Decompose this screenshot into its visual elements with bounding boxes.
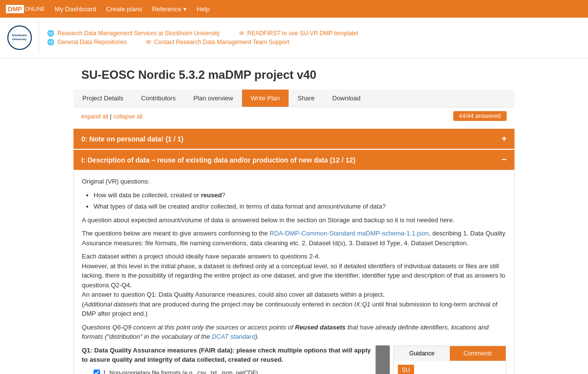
main-content: SU-EOSC Nordic 5.3.2 maDMP project v40 P… (74, 58, 514, 374)
progress-badge: 44/44 answered (453, 111, 507, 121)
bullet-1: How will data be collected, created or r… (94, 190, 506, 200)
section-1-header[interactable]: I: Description of data – reuse of existi… (74, 150, 514, 170)
tab-contributors[interactable]: Contributors (132, 90, 185, 107)
tab-project-details[interactable]: Project Details (74, 90, 132, 107)
tab-bar: Project Details Contributors Plan overvi… (74, 90, 514, 107)
tab-write-plan[interactable]: Write Plan (242, 90, 289, 107)
section-1-content: Original (VR) questions: How will data b… (74, 171, 514, 374)
original-vr-label: Original (VR) questions: (82, 177, 506, 187)
nav-create-plans[interactable]: Create plans (106, 5, 142, 13)
q1-checkbox-list: 1. Non-proprietary file formats (e.g. .c… (94, 369, 376, 374)
comments-tab-button[interactable]: Comments (450, 346, 506, 361)
checkbox-item-1: 1. Non-proprietary file formats (e.g. .c… (94, 369, 376, 374)
tab-share[interactable]: Share (289, 90, 323, 107)
guidance-body: SU FAIR data stands for the principles t… (394, 361, 506, 374)
envelope-icon-1: ✉ (239, 30, 244, 37)
section-0-toggle: + (501, 134, 507, 144)
progress-row: expand all | collapse all 44/44 answered (74, 107, 514, 125)
envelope-icon-2: ✉ (146, 39, 151, 46)
para3: Each dataset within a project should ide… (82, 252, 506, 319)
q1-question-text: Q1: Data Quality Assurance measures (FAI… (82, 346, 376, 365)
su-label: SU (398, 365, 414, 374)
link-rdm-services[interactable]: 🌐 Research Data Management Services at S… (47, 30, 220, 37)
link-contact-support[interactable]: ✉ Contact Research Data Management Team … (146, 39, 289, 46)
section-1-toggle: − (501, 155, 507, 165)
header-link-row-2: 🌐 General Data Repositories ✉ Contact Re… (47, 39, 580, 46)
para4: Questions Q6-Q9 concern at this point on… (82, 323, 506, 342)
tab-plan-overview[interactable]: Plan overview (185, 90, 242, 107)
header-link-row-1: 🌐 Research Data Management Services at S… (47, 30, 580, 37)
expand-collapse-links: expand all | collapse all (81, 113, 143, 120)
globe-icon-2: 🌐 (47, 39, 54, 46)
nav-reference-dropdown[interactable]: Reference ▾ (152, 5, 187, 13)
section-1-title: I: Description of data – reuse of existi… (81, 156, 355, 164)
nav-my-dashboard[interactable]: My Dashboard (55, 5, 97, 13)
tab-download[interactable]: Download (323, 90, 369, 107)
q1-wrapper: Q1: Data Quality Assurance measures (FAI… (82, 346, 506, 374)
guidance-tab-bar: Guidance Comments (394, 346, 506, 361)
original-vr-bullets: How will data be collected, created or r… (94, 190, 506, 211)
nav-help[interactable]: Help (196, 5, 210, 13)
guidance-panel: Guidance Comments SU FAIR data stands fo… (393, 346, 506, 374)
checkbox-1[interactable] (94, 370, 100, 374)
header-links: 🌐 Research Data Management Services at S… (39, 22, 588, 54)
para1: A question about expected amount/volume … (82, 215, 506, 225)
bullet-2: What types of data will be created and/o… (94, 202, 506, 211)
university-logo: StockholmUniversity (0, 22, 39, 54)
section-0-title: 0: Note on personal data! (1 / 1) (81, 135, 183, 143)
header-bar: StockholmUniversity 🌐 Research Data Mana… (0, 18, 588, 58)
top-navigation: DMP ONLINE My Dashboard Create plans Ref… (0, 0, 588, 18)
link-readfirst[interactable]: ✉ READFIRST to use SU-VR DMP template! (239, 30, 358, 37)
collapse-all-link[interactable]: collapse all (113, 113, 142, 120)
guidance-tab-button[interactable]: Guidance (394, 346, 450, 361)
site-logo: DMP ONLINE (6, 5, 45, 13)
dcat-link[interactable]: DCAT standard (212, 333, 255, 340)
page-title: SU-EOSC Nordic 5.3.2 maDMP project v40 (74, 68, 514, 82)
q1-left-panel: Q1: Data Quality Assurance measures (FAI… (82, 346, 376, 374)
expand-all-link[interactable]: expand all (81, 113, 108, 120)
chevron-down-icon: ▾ (183, 5, 187, 13)
globe-icon-1: 🌐 (47, 30, 54, 37)
section-0-header[interactable]: 0: Note on personal data! (1 / 1) + (74, 129, 514, 149)
comments-guidance-tab[interactable]: Comments & Guidance (376, 346, 390, 374)
para2: The questions below are meant to give an… (82, 229, 506, 248)
guidance-side: Comments & Guidance Guidance Comments SU… (376, 346, 507, 374)
rda-dmp-link[interactable]: RDA-DMP-Common-Standard maDMP-schema-1.1… (270, 230, 429, 237)
link-general-repos[interactable]: 🌐 General Data Repositories (47, 39, 126, 46)
